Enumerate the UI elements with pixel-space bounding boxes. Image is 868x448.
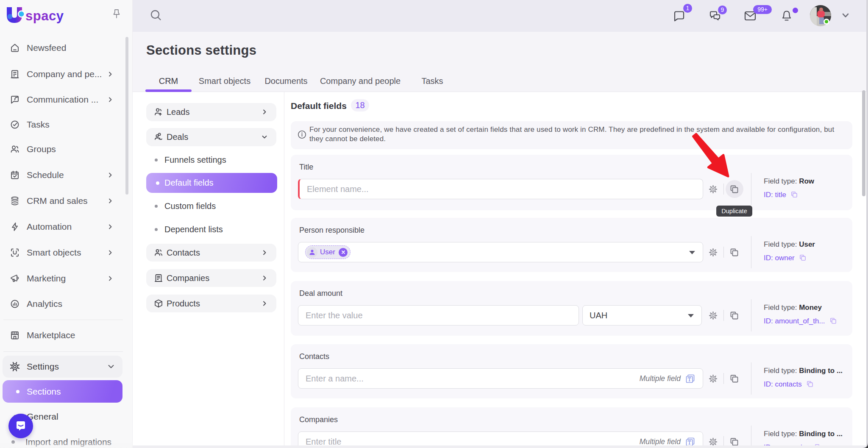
svg-text:spacy: spacy	[25, 8, 64, 23]
